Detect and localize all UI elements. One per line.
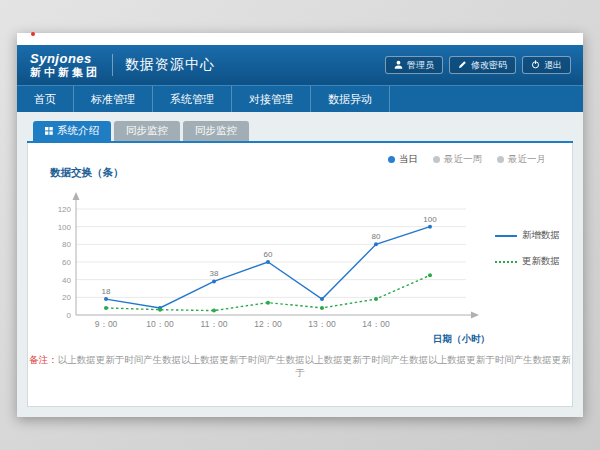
dotted-line-icon xyxy=(495,261,517,263)
company-logo[interactable]: Synjones 新中新集团 xyxy=(17,52,100,79)
app-window: Synjones 新中新集团 数据资源中心 管理员 修改密码 xyxy=(17,33,583,417)
svg-text:18: 18 xyxy=(102,287,111,296)
period-filter-label: 最近一周 xyxy=(444,153,482,166)
main-nav: 首页 标准管理 系统管理 对接管理 数据异动 xyxy=(17,85,583,112)
svg-text:10：00: 10：00 xyxy=(146,319,174,329)
series-legend: 新增数据 更新数据 xyxy=(495,229,560,268)
logo-subtext: 新中新集团 xyxy=(30,66,100,79)
app-title: 数据资源中心 xyxy=(125,56,215,74)
svg-text:100: 100 xyxy=(58,223,72,232)
content-area: 系统介绍 同步监控 同步监控 当日 最近一周 xyxy=(17,112,583,417)
legend-item-updated-data[interactable]: 更新数据 xyxy=(495,255,560,268)
period-filter-today[interactable]: 当日 xyxy=(388,153,418,166)
svg-text:20: 20 xyxy=(62,293,71,302)
svg-text:80: 80 xyxy=(372,232,381,241)
period-filter-label: 最近一月 xyxy=(508,153,546,166)
svg-text:60: 60 xyxy=(62,258,71,267)
radio-dot-icon xyxy=(433,156,440,163)
solid-line-icon xyxy=(495,235,517,237)
header-divider xyxy=(112,54,113,76)
logo-text: Synjones xyxy=(30,52,100,66)
period-filter-group: 当日 最近一周 最近一月 xyxy=(388,153,546,166)
admin-user-label: 管理员 xyxy=(407,59,434,72)
line-chart: 0204060801001209：0010：0011：0012：0013：001… xyxy=(42,185,494,357)
logo-accent-dot xyxy=(31,32,35,36)
radio-dot-icon xyxy=(497,156,504,163)
user-icon xyxy=(394,60,403,71)
nav-item-data-changes[interactable]: 数据异动 xyxy=(311,86,390,112)
svg-text:9：00: 9：00 xyxy=(95,319,118,329)
admin-user-button[interactable]: 管理员 xyxy=(385,56,443,74)
period-filter-last-month[interactable]: 最近一月 xyxy=(497,153,546,166)
tab-label: 同步监控 xyxy=(126,124,168,138)
tab-system-intro[interactable]: 系统介绍 xyxy=(33,121,111,141)
y-axis-label: 数据交换（条） xyxy=(50,166,124,180)
change-password-label: 修改密码 xyxy=(471,59,507,72)
svg-text:日期（小时）: 日期（小时） xyxy=(433,333,490,345)
svg-text:120: 120 xyxy=(58,205,72,214)
logout-button[interactable]: 退出 xyxy=(522,56,571,74)
app-header: Synjones 新中新集团 数据资源中心 管理员 修改密码 xyxy=(17,45,583,85)
svg-text:12：00: 12：00 xyxy=(254,319,282,329)
pencil-icon xyxy=(458,60,467,71)
period-filter-last-week[interactable]: 最近一周 xyxy=(433,153,482,166)
tab-sync-monitor-1[interactable]: 同步监控 xyxy=(114,121,180,141)
period-filter-label: 当日 xyxy=(399,153,418,166)
change-password-button[interactable]: 修改密码 xyxy=(449,56,516,74)
svg-text:80: 80 xyxy=(62,240,71,249)
legend-label: 新增数据 xyxy=(522,229,560,242)
tab-sync-monitor-2[interactable]: 同步监控 xyxy=(183,121,249,141)
svg-text:13：00: 13：00 xyxy=(308,319,336,329)
footnote-text: 以上数据更新于时间产生数据以上数据更新于时间产生数据以上数据更新于时间产生数据以… xyxy=(58,354,571,378)
tab-label: 同步监控 xyxy=(195,124,237,138)
header-actions: 管理员 修改密码 退出 xyxy=(385,56,583,74)
svg-text:11：00: 11：00 xyxy=(201,319,228,329)
nav-item-system-mgmt[interactable]: 系统管理 xyxy=(153,86,232,112)
logout-label: 退出 xyxy=(544,59,562,72)
legend-item-new-data[interactable]: 新增数据 xyxy=(495,229,560,242)
nav-item-home[interactable]: 首页 xyxy=(17,86,74,112)
power-icon xyxy=(531,60,540,71)
footnote-prefix: 备注： xyxy=(29,354,58,365)
svg-text:0: 0 xyxy=(67,311,72,320)
grid-icon xyxy=(45,125,53,137)
page-top-strip xyxy=(17,33,583,45)
chart-svg: 0204060801001209：0010：0011：0012：0013：001… xyxy=(42,185,494,353)
tab-label: 系统介绍 xyxy=(57,124,99,138)
svg-text:40: 40 xyxy=(62,276,71,285)
svg-text:60: 60 xyxy=(264,250,273,259)
svg-text:100: 100 xyxy=(423,215,437,224)
svg-text:14：00: 14：00 xyxy=(362,319,390,329)
footnote: 备注：以上数据更新于时间产生数据以上数据更新于时间产生数据以上数据更新于时间产生… xyxy=(28,354,572,380)
svg-text:38: 38 xyxy=(210,269,219,278)
chart-panel: 当日 最近一周 最近一月 数据交换（条） 0204060801001209：00… xyxy=(27,143,573,407)
tab-bar: 系统介绍 同步监控 同步监控 xyxy=(27,121,573,141)
nav-item-connection-mgmt[interactable]: 对接管理 xyxy=(232,86,311,112)
nav-item-standard-mgmt[interactable]: 标准管理 xyxy=(74,86,153,112)
legend-label: 更新数据 xyxy=(522,255,560,268)
radio-dot-icon xyxy=(388,156,395,163)
